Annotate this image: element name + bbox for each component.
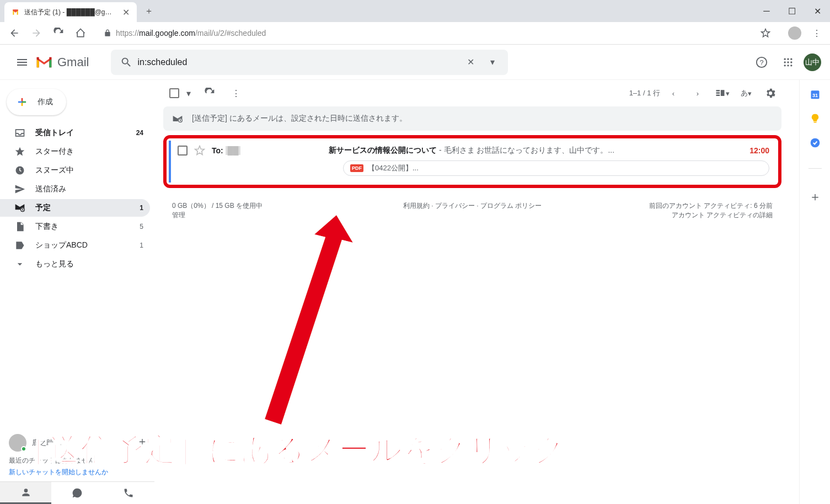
email-attachment-chip[interactable]: PDF 【0422公開】... xyxy=(343,160,769,176)
svg-point-10 xyxy=(790,65,792,66)
svg-point-5 xyxy=(784,61,786,63)
nav-count: 1 xyxy=(140,242,143,249)
split-pane-icon[interactable]: ▾ xyxy=(711,82,733,104)
select-all-checkbox[interactable] xyxy=(163,82,185,104)
attachment-name: 【0422公開】... xyxy=(368,163,419,173)
compose-button[interactable]: 作成 xyxy=(7,89,66,115)
sidebar-item-label[interactable]: ショップABCD1 xyxy=(0,237,150,254)
sidebar-item-inbox[interactable]: 受信トレイ24 xyxy=(0,124,150,142)
search-icon[interactable] xyxy=(115,56,137,68)
nav-label: 予定 xyxy=(35,203,130,213)
search-clear-icon[interactable]: ✕ xyxy=(459,57,481,67)
reload-button[interactable] xyxy=(49,23,68,43)
sidebar-item-draft[interactable]: 下書き5 xyxy=(0,218,150,235)
svg-rect-16 xyxy=(716,95,720,96)
minimize-button[interactable]: ─ xyxy=(754,0,779,22)
account-avatar[interactable]: 山中 xyxy=(804,53,821,71)
sidebar-item-scheduled[interactable]: 予定1 xyxy=(0,199,150,217)
nav-label: 送信済み xyxy=(35,184,143,194)
privacy-link[interactable]: プライバシー xyxy=(435,202,475,210)
calendar-icon[interactable]: 31 xyxy=(810,89,821,100)
back-button[interactable] xyxy=(4,23,24,43)
tab-bar: 送信予定 (1) - ██████@g… ✕ ＋ ─ ☐ ✕ xyxy=(0,0,830,22)
input-method-button[interactable]: あ ▾ xyxy=(735,82,757,104)
forward-button[interactable] xyxy=(26,23,46,43)
hangouts-tab-contacts[interactable] xyxy=(0,482,51,504)
tasks-icon[interactable] xyxy=(810,137,821,148)
policy-link[interactable]: プログラム ポリシー xyxy=(480,202,542,210)
tab-close-icon[interactable]: ✕ xyxy=(121,8,130,17)
email-row[interactable]: To: ██ 新サービスの情報公開について - 毛利さま お世話になっております… xyxy=(169,141,776,183)
hangouts-tab-chat[interactable] xyxy=(51,482,103,504)
apps-icon[interactable] xyxy=(777,51,799,73)
chrome-profile-icon[interactable] xyxy=(788,26,801,40)
bookmark-star-icon[interactable] xyxy=(761,28,770,38)
url-text: https://mail.google.com/mail/u/2/#schedu… xyxy=(116,29,756,37)
search-input[interactable] xyxy=(137,57,459,67)
prev-page-button[interactable]: ‹ xyxy=(662,82,684,104)
address-bar: https://mail.google.com/mail/u/2/#schedu… xyxy=(0,22,830,44)
toolbar: ▾ ⋮ 1–1 / 1 行 ‹ › ▾ あ ▾ xyxy=(154,80,790,106)
sidebar-item-star[interactable]: スター付き xyxy=(0,143,150,160)
footer: 0 GB（0%） / 15 GB を使用中 管理 利用規約 · プライバシー ·… xyxy=(154,188,790,233)
activity-details-link[interactable]: アカウント アクティビティの詳細 xyxy=(672,211,773,219)
svg-rect-17 xyxy=(720,90,724,96)
nav-count: 5 xyxy=(140,223,143,230)
email-checkbox[interactable] xyxy=(178,146,188,156)
search-options-icon[interactable]: ▾ xyxy=(481,57,504,67)
email-snippet: - 毛利さま お世話になっております、山中です。... xyxy=(439,146,614,156)
browser-tab[interactable]: 送信予定 (1) - ██████@g… ✕ xyxy=(4,2,137,22)
hangouts-tab-phone[interactable] xyxy=(103,482,154,504)
svg-point-3 xyxy=(787,58,789,60)
scheduled-info-banner: [送信予定] にあるメールは、設定された日時に送信されます。 xyxy=(163,106,781,131)
svg-point-7 xyxy=(790,61,792,63)
refresh-button[interactable] xyxy=(199,82,221,104)
banner-text: [送信予定] にあるメールは、設定された日時に送信されます。 xyxy=(192,114,407,124)
lock-icon xyxy=(104,29,111,37)
new-tab-button[interactable]: ＋ xyxy=(141,3,157,19)
gmail-logo[interactable]: Gmail xyxy=(35,55,89,69)
svg-point-2 xyxy=(784,58,786,60)
hangouts-new-chat-icon[interactable]: ＋ xyxy=(137,434,148,449)
select-dropdown-icon[interactable]: ▾ xyxy=(183,82,194,104)
next-page-button[interactable]: › xyxy=(687,82,709,104)
email-subject: 新サービスの情報公開について xyxy=(329,146,437,156)
gmail-logo-text: Gmail xyxy=(57,55,89,69)
svg-point-9 xyxy=(787,65,789,66)
right-sidebar: 31 ＋ xyxy=(799,80,830,504)
maximize-button[interactable]: ☐ xyxy=(779,0,805,22)
svg-point-6 xyxy=(787,61,789,63)
storage-manage-link[interactable]: 管理 xyxy=(172,211,185,219)
nav-count: 24 xyxy=(136,129,143,137)
svg-rect-22 xyxy=(813,122,816,123)
close-window-button[interactable]: ✕ xyxy=(805,0,830,22)
add-sidebar-app-icon[interactable]: ＋ xyxy=(809,189,821,205)
star-icon[interactable] xyxy=(194,145,205,156)
more-actions-icon[interactable]: ⋮ xyxy=(225,82,247,104)
terms-link[interactable]: 利用規約 xyxy=(403,202,430,210)
hangouts-avatar xyxy=(9,434,26,452)
chrome-menu-icon[interactable]: ⋮ xyxy=(808,28,826,39)
url-bar[interactable]: https://mail.google.com/mail/u/2/#schedu… xyxy=(97,25,777,41)
sidebar-item-expand[interactable]: もっと見る xyxy=(0,255,150,273)
nav-label: スヌーズ中 xyxy=(35,165,143,175)
main-menu-icon[interactable] xyxy=(9,49,35,76)
settings-icon[interactable] xyxy=(759,82,781,104)
gmail-logo-icon xyxy=(35,56,53,69)
hangouts-empty-text: 最近のチャットはありません xyxy=(0,456,154,468)
email-scheduled-time: 12:00 xyxy=(749,146,769,155)
sidebar-item-send[interactable]: 送信済み xyxy=(0,180,150,198)
support-icon[interactable]: ? xyxy=(751,51,773,73)
svg-point-8 xyxy=(784,65,786,66)
nav-label: 受信トレイ xyxy=(35,128,126,138)
sidebar-item-clock[interactable]: スヌーズ中 xyxy=(0,162,150,179)
svg-point-4 xyxy=(790,58,792,60)
pdf-icon: PDF xyxy=(350,164,363,172)
hangouts-start-link[interactable]: 新しいチャットを開始しませんか xyxy=(0,468,154,481)
online-status-icon xyxy=(21,446,26,452)
nav-label: 下書き xyxy=(35,222,130,232)
home-button[interactable] xyxy=(71,23,90,43)
keep-icon[interactable] xyxy=(810,113,821,124)
last-activity: 前回のアカウント アクティビティ: 6 分前 xyxy=(572,201,773,211)
hangouts-user[interactable]: 鹿之助 ▾ xyxy=(0,430,154,456)
